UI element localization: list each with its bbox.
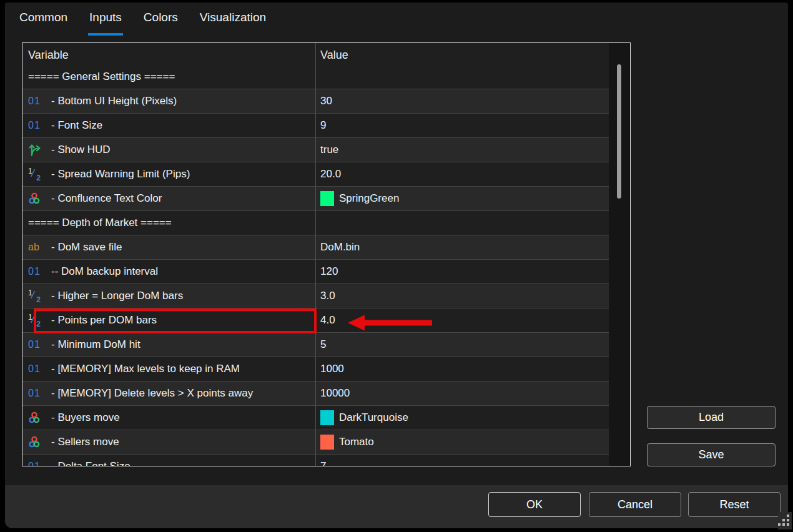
param-label: - Font Size <box>51 114 102 137</box>
integer-type-icon: 01 <box>28 364 41 374</box>
param-value[interactable]: 120 <box>320 265 338 278</box>
color-type-icon <box>28 192 41 205</box>
param-label: - Buyers move <box>51 406 120 429</box>
param-value[interactable]: 1000 <box>320 363 344 375</box>
double-type-icon: 1/2 <box>28 167 41 182</box>
integer-type-icon: 01 <box>28 267 41 277</box>
color-swatch <box>320 191 334 206</box>
color-type-icon <box>28 435 41 449</box>
param-value[interactable]: 4.0 <box>320 314 335 327</box>
inputs-table: Variable Value ===== General Settings ==… <box>22 42 631 466</box>
reset-button[interactable]: Reset <box>688 492 781 517</box>
param-value[interactable]: Tomato <box>339 436 374 448</box>
integer-type-icon: 01 <box>28 121 41 131</box>
param-label: - Show HUD <box>51 138 110 161</box>
footer-bar: OK Cancel Reset <box>5 485 788 528</box>
scrollbar-thumb[interactable] <box>617 64 621 199</box>
column-header-value: Value <box>320 49 348 62</box>
param-label: - Bottom UI Height (Pixels) <box>51 89 177 112</box>
param-label: - Higher = Longer DoM bars <box>51 284 183 307</box>
integer-type-icon: 01 <box>28 340 41 350</box>
scrollbar[interactable] <box>609 43 630 466</box>
param-label: -- DoM backup interval <box>51 260 158 283</box>
boolean-type-icon <box>28 142 42 157</box>
resize-grip-icon[interactable] <box>778 512 792 530</box>
param-label: - Spread Warning Limit (Pips) <box>51 162 190 185</box>
annotation-highlight-box <box>34 308 317 333</box>
param-label: ===== Depth of Market ===== <box>28 211 172 234</box>
tab-common[interactable]: Common <box>17 9 70 34</box>
tab-inputs[interactable]: Inputs <box>87 9 124 34</box>
window-frame: CommonInputsColorsVisualization Variable… <box>0 0 793 532</box>
load-button[interactable]: Load <box>647 406 776 429</box>
color-swatch <box>320 410 334 425</box>
ok-button[interactable]: OK <box>488 492 581 517</box>
column-divider <box>315 43 316 466</box>
param-label: - Sellers move <box>51 430 119 453</box>
double-type-icon: 1/2 <box>28 288 41 303</box>
annotation-arrow <box>348 313 432 333</box>
tab-bar: CommonInputsColorsVisualization <box>17 9 268 34</box>
param-label: - DoM save file <box>51 235 122 259</box>
table-rows: 01- Bottom UI Height (Pixels)3001- Font … <box>22 89 630 466</box>
param-value[interactable]: 7 <box>320 460 326 466</box>
param-value[interactable]: 10000 <box>320 387 350 400</box>
integer-type-icon: 01 <box>28 461 41 466</box>
tab-visualization[interactable]: Visualization <box>197 9 268 34</box>
color-type-icon <box>28 411 41 425</box>
param-value[interactable]: DoM.bin <box>320 241 360 254</box>
param-label: - Delta Font Size <box>51 455 131 466</box>
param-label: - [MEMORY] Max levels to keep in RAM <box>51 357 240 380</box>
color-swatch <box>320 435 334 450</box>
integer-type-icon: 01 <box>28 96 41 106</box>
integer-type-icon: 01 <box>28 388 41 398</box>
param-label: - [MEMORY] Delete levels > X points away <box>51 382 253 405</box>
section-general-settings: ===== General Settings ===== <box>28 71 175 83</box>
string-type-icon: ab <box>28 242 39 252</box>
param-value[interactable]: 9 <box>320 119 326 132</box>
save-button[interactable]: Save <box>647 443 776 466</box>
param-label: - Minimum DoM hit <box>51 333 140 356</box>
cancel-button[interactable]: Cancel <box>589 492 681 517</box>
param-value[interactable]: SpringGreen <box>339 192 399 205</box>
tab-colors[interactable]: Colors <box>141 9 180 34</box>
param-value[interactable]: true <box>320 144 338 156</box>
param-value[interactable]: 30 <box>320 95 332 107</box>
param-value[interactable]: 5 <box>320 338 326 351</box>
param-label: - Confluence Text Color <box>51 187 162 210</box>
param-value[interactable]: DarkTurquoise <box>339 411 408 424</box>
param-value[interactable]: 20.0 <box>320 168 341 180</box>
settings-dialog: CommonInputsColorsVisualization Variable… <box>5 2 788 528</box>
param-value[interactable]: 3.0 <box>320 290 335 302</box>
column-header-variable: Variable <box>28 49 69 62</box>
